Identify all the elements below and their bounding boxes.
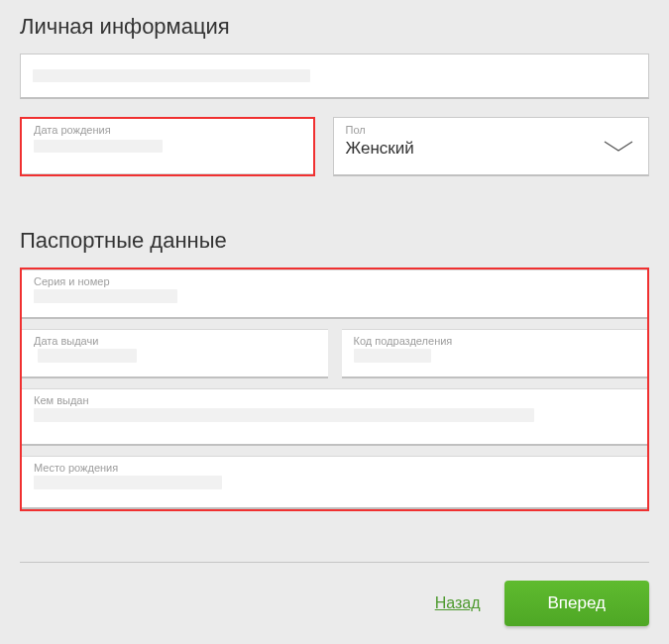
- dob-label: Дата рождения: [34, 119, 301, 137]
- gender-label: Пол: [346, 118, 637, 137]
- birth-place-field[interactable]: Место рождения: [22, 456, 647, 509]
- dept-code-label: Код подразделения: [354, 330, 636, 348]
- personal-info-title: Личная информация: [20, 14, 649, 40]
- series-number-field[interactable]: Серия и номер: [22, 269, 647, 319]
- chevron-down-icon: [603, 140, 634, 154]
- dob-redacted: [34, 140, 163, 153]
- dob-highlight: Дата рождения: [20, 117, 315, 176]
- series-redacted: [34, 289, 177, 303]
- full-name-field[interactable]: [20, 54, 649, 99]
- forward-button[interactable]: Вперед: [504, 581, 649, 626]
- series-label: Серия и номер: [34, 270, 635, 288]
- issued-by-field[interactable]: Кем выдан: [22, 388, 647, 446]
- issue-date-label: Дата выдачи: [34, 330, 316, 348]
- birth-place-label: Место рождения: [34, 457, 635, 475]
- dept-code-field[interactable]: Код подразделения: [342, 329, 648, 378]
- issued-by-redacted: [34, 408, 534, 422]
- passport-highlight: Серия и номер Дата выдачи Код подразделе…: [20, 268, 649, 511]
- footer-actions: Назад Вперед: [20, 562, 649, 626]
- back-link[interactable]: Назад: [435, 594, 481, 612]
- dob-field[interactable]: Дата рождения: [22, 119, 313, 174]
- passport-data-title: Паспортные данные: [20, 228, 649, 254]
- issued-by-label: Кем выдан: [34, 389, 635, 407]
- issue-date-field[interactable]: Дата выдачи: [22, 329, 328, 378]
- full-name-redacted: [33, 69, 310, 82]
- dept-code-redacted: [354, 349, 431, 363]
- gender-field[interactable]: Пол Женский: [333, 117, 650, 176]
- issue-date-redacted: [38, 349, 137, 363]
- birth-place-redacted: [34, 476, 222, 489]
- gender-value: Женский: [346, 137, 637, 166]
